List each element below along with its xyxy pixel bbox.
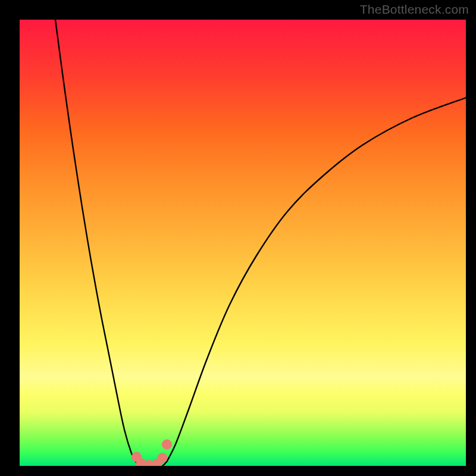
series-curve-left bbox=[55, 20, 140, 466]
line-curve-left bbox=[55, 20, 140, 466]
chart-svg bbox=[20, 20, 466, 466]
valley-marker-dot bbox=[162, 440, 172, 450]
watermark-text: TheBottleneck.com bbox=[360, 2, 469, 17]
series-curve-right bbox=[167, 98, 466, 461]
chart-frame: TheBottleneck.com bbox=[0, 0, 476, 476]
line-curve-right bbox=[167, 98, 466, 461]
valley-marker-dot bbox=[158, 453, 168, 463]
